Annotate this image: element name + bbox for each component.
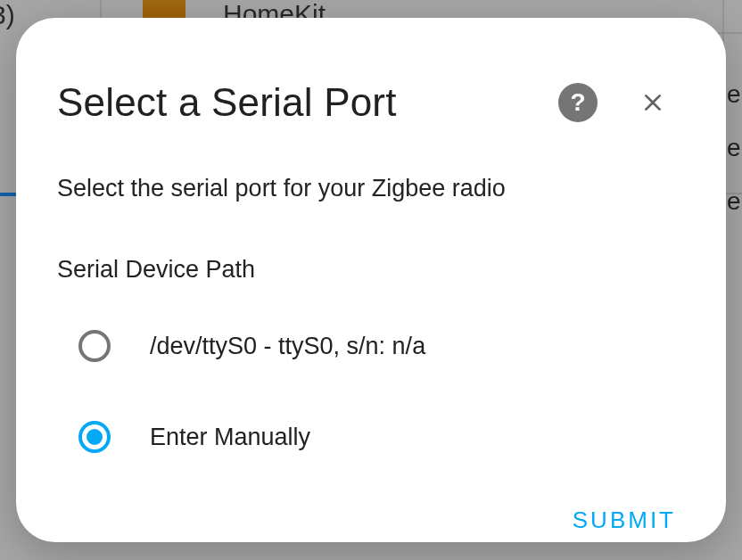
field-label: Serial Device Path bbox=[57, 256, 685, 284]
option-label: Enter Manually bbox=[150, 424, 310, 451]
option-label: /dev/ttyS0 - ttyS0, s/n: n/a bbox=[150, 333, 425, 360]
radio-icon bbox=[78, 421, 111, 453]
help-icon: ? bbox=[570, 88, 585, 117]
serial-port-option-manual[interactable]: Enter Manually bbox=[57, 408, 685, 465]
serial-port-dialog: Select a Serial Port ? Select the serial… bbox=[16, 18, 726, 542]
serial-port-option[interactable]: /dev/ttyS0 - ttyS0, s/n: n/a bbox=[57, 317, 685, 375]
help-button[interactable]: ? bbox=[558, 83, 598, 122]
dialog-footer: SUBMIT bbox=[57, 499, 685, 541]
submit-button[interactable]: SUBMIT bbox=[564, 499, 685, 541]
dialog-header-actions: ? bbox=[558, 83, 672, 122]
close-icon bbox=[639, 88, 667, 117]
dialog-subtitle: Select the serial port for your Zigbee r… bbox=[57, 175, 685, 202]
radio-icon bbox=[78, 330, 111, 362]
dialog-header: Select a Serial Port ? bbox=[57, 80, 685, 125]
dialog-title: Select a Serial Port bbox=[57, 80, 397, 125]
close-button[interactable] bbox=[633, 83, 672, 122]
